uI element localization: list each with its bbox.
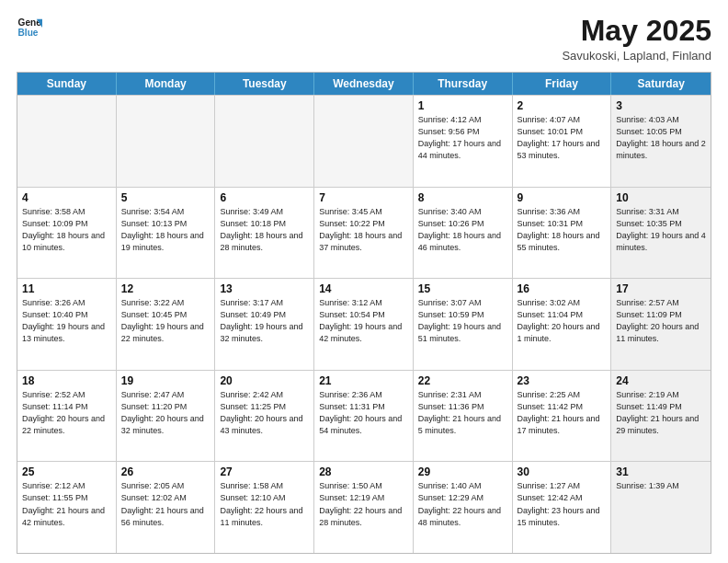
calendar-row-1: 4Sunrise: 3:58 AM Sunset: 10:09 PM Dayli…	[17, 187, 711, 279]
day-info: Sunrise: 1:40 AM Sunset: 12:29 AM Daylig…	[418, 480, 507, 528]
calendar-row-4: 25Sunrise: 2:12 AM Sunset: 11:55 PM Dayl…	[17, 461, 711, 553]
cal-cell-21: 21Sunrise: 2:36 AM Sunset: 11:31 PM Dayl…	[314, 371, 414, 462]
day-info: Sunrise: 3:45 AM Sunset: 10:22 PM Daylig…	[319, 206, 408, 254]
day-number: 29	[418, 465, 507, 478]
calendar-row-3: 18Sunrise: 2:52 AM Sunset: 11:14 PM Dayl…	[17, 370, 711, 462]
day-number: 20	[220, 374, 309, 387]
cal-cell-10: 10Sunrise: 3:31 AM Sunset: 10:35 PM Dayl…	[611, 188, 711, 279]
cal-cell-27: 27Sunrise: 1:58 AM Sunset: 12:10 AM Dayl…	[215, 462, 314, 553]
day-info: Sunrise: 3:02 AM Sunset: 11:04 PM Daylig…	[518, 297, 607, 345]
cal-cell-19: 19Sunrise: 2:47 AM Sunset: 11:20 PM Dayl…	[117, 371, 216, 462]
header: General Blue May 2025 Savukoski, Lapland…	[17, 15, 711, 63]
cal-cell-18: 18Sunrise: 2:52 AM Sunset: 11:14 PM Dayl…	[17, 371, 117, 462]
day-info: Sunrise: 3:58 AM Sunset: 10:09 PM Daylig…	[22, 206, 111, 254]
day-info: Sunrise: 3:31 AM Sunset: 10:35 PM Daylig…	[616, 206, 706, 254]
day-info: Sunrise: 3:07 AM Sunset: 10:59 PM Daylig…	[418, 297, 507, 345]
cal-cell-28: 28Sunrise: 1:50 AM Sunset: 12:19 AM Dayl…	[314, 462, 414, 553]
day-number: 15	[418, 282, 507, 295]
cal-cell-30: 30Sunrise: 1:27 AM Sunset: 12:42 AM Dayl…	[513, 462, 612, 553]
header-cell-monday: Monday	[117, 73, 216, 95]
cal-cell-9: 9Sunrise: 3:36 AM Sunset: 10:31 PM Dayli…	[513, 188, 612, 279]
cal-cell-8: 8Sunrise: 3:40 AM Sunset: 10:26 PM Dayli…	[414, 188, 513, 279]
calendar-body: 1Sunrise: 4:12 AM Sunset: 9:56 PM Daylig…	[17, 95, 711, 553]
day-number: 17	[616, 282, 706, 295]
cal-cell-29: 29Sunrise: 1:40 AM Sunset: 12:29 AM Dayl…	[414, 462, 513, 553]
header-cell-saturday: Saturday	[611, 73, 711, 95]
day-number: 24	[616, 374, 706, 387]
day-info: Sunrise: 1:39 AM	[616, 480, 706, 492]
page: General Blue May 2025 Savukoski, Lapland…	[0, 0, 728, 563]
cal-cell-20: 20Sunrise: 2:42 AM Sunset: 11:25 PM Dayl…	[215, 371, 314, 462]
calendar-header: SundayMondayTuesdayWednesdayThursdayFrid…	[17, 73, 711, 95]
day-number: 22	[418, 374, 507, 387]
cal-cell-11: 11Sunrise: 3:26 AM Sunset: 10:40 PM Dayl…	[17, 279, 117, 370]
day-number: 11	[22, 282, 111, 295]
subtitle: Savukoski, Lapland, Finland	[562, 49, 711, 63]
day-info: Sunrise: 3:17 AM Sunset: 10:49 PM Daylig…	[220, 297, 309, 345]
header-cell-thursday: Thursday	[414, 73, 513, 95]
cal-cell-1: 1Sunrise: 4:12 AM Sunset: 9:56 PM Daylig…	[414, 96, 513, 187]
logo-icon: General Blue	[17, 15, 42, 40]
day-number: 13	[220, 282, 309, 295]
day-number: 2	[518, 99, 607, 112]
day-info: Sunrise: 2:19 AM Sunset: 11:49 PM Daylig…	[616, 389, 706, 437]
day-number: 16	[518, 282, 607, 295]
cal-cell-25: 25Sunrise: 2:12 AM Sunset: 11:55 PM Dayl…	[17, 462, 117, 553]
day-number: 25	[22, 465, 111, 478]
day-info: Sunrise: 2:31 AM Sunset: 11:36 PM Daylig…	[418, 389, 507, 437]
day-info: Sunrise: 2:42 AM Sunset: 11:25 PM Daylig…	[220, 389, 309, 437]
day-number: 6	[220, 191, 309, 204]
day-info: Sunrise: 3:54 AM Sunset: 10:13 PM Daylig…	[121, 206, 210, 254]
day-number: 10	[616, 191, 706, 204]
header-cell-wednesday: Wednesday	[314, 73, 414, 95]
day-info: Sunrise: 2:05 AM Sunset: 12:02 AM Daylig…	[121, 480, 210, 528]
logo: General Blue	[17, 15, 42, 40]
day-number: 8	[418, 191, 507, 204]
day-info: Sunrise: 2:47 AM Sunset: 11:20 PM Daylig…	[121, 389, 210, 437]
day-info: Sunrise: 1:27 AM Sunset: 12:42 AM Daylig…	[518, 480, 607, 528]
day-number: 19	[121, 374, 210, 387]
cal-cell-13: 13Sunrise: 3:17 AM Sunset: 10:49 PM Dayl…	[215, 279, 314, 370]
cal-cell-2: 2Sunrise: 4:07 AM Sunset: 10:01 PM Dayli…	[513, 96, 612, 187]
cal-cell-3: 3Sunrise: 4:03 AM Sunset: 10:05 PM Dayli…	[611, 96, 711, 187]
day-info: Sunrise: 4:12 AM Sunset: 9:56 PM Dayligh…	[418, 114, 507, 162]
day-info: Sunrise: 2:52 AM Sunset: 11:14 PM Daylig…	[22, 389, 111, 437]
calendar-row-2: 11Sunrise: 3:26 AM Sunset: 10:40 PM Dayl…	[17, 278, 711, 370]
day-number: 27	[220, 465, 309, 478]
cal-cell-16: 16Sunrise: 3:02 AM Sunset: 11:04 PM Dayl…	[513, 279, 612, 370]
cal-cell-5: 5Sunrise: 3:54 AM Sunset: 10:13 PM Dayli…	[117, 188, 216, 279]
day-info: Sunrise: 3:40 AM Sunset: 10:26 PM Daylig…	[418, 206, 507, 254]
cal-cell-23: 23Sunrise: 2:25 AM Sunset: 11:42 PM Dayl…	[513, 371, 612, 462]
day-number: 30	[518, 465, 607, 478]
day-info: Sunrise: 2:57 AM Sunset: 11:09 PM Daylig…	[616, 297, 706, 345]
day-info: Sunrise: 2:36 AM Sunset: 11:31 PM Daylig…	[319, 389, 408, 437]
cal-cell-17: 17Sunrise: 2:57 AM Sunset: 11:09 PM Dayl…	[611, 279, 711, 370]
cal-cell-7: 7Sunrise: 3:45 AM Sunset: 10:22 PM Dayli…	[314, 188, 414, 279]
day-info: Sunrise: 1:58 AM Sunset: 12:10 AM Daylig…	[220, 480, 309, 528]
day-info: Sunrise: 3:49 AM Sunset: 10:18 PM Daylig…	[220, 206, 309, 254]
day-number: 23	[518, 374, 607, 387]
cal-cell-empty-3	[314, 96, 414, 187]
cal-cell-14: 14Sunrise: 3:12 AM Sunset: 10:54 PM Dayl…	[314, 279, 414, 370]
header-cell-sunday: Sunday	[17, 73, 117, 95]
day-number: 12	[121, 282, 210, 295]
header-cell-friday: Friday	[513, 73, 612, 95]
day-info: Sunrise: 1:50 AM Sunset: 12:19 AM Daylig…	[319, 480, 408, 528]
day-info: Sunrise: 3:12 AM Sunset: 10:54 PM Daylig…	[319, 297, 408, 345]
day-number: 28	[319, 465, 408, 478]
cal-cell-15: 15Sunrise: 3:07 AM Sunset: 10:59 PM Dayl…	[414, 279, 513, 370]
day-info: Sunrise: 3:22 AM Sunset: 10:45 PM Daylig…	[121, 297, 210, 345]
main-title: May 2025	[562, 15, 711, 47]
cal-cell-empty-1	[117, 96, 216, 187]
day-info: Sunrise: 3:36 AM Sunset: 10:31 PM Daylig…	[518, 206, 607, 254]
day-info: Sunrise: 2:25 AM Sunset: 11:42 PM Daylig…	[518, 389, 607, 437]
cal-cell-empty-0	[17, 96, 117, 187]
cal-cell-4: 4Sunrise: 3:58 AM Sunset: 10:09 PM Dayli…	[17, 188, 117, 279]
cal-cell-26: 26Sunrise: 2:05 AM Sunset: 12:02 AM Dayl…	[117, 462, 216, 553]
cal-cell-31: 31Sunrise: 1:39 AM	[611, 462, 711, 553]
cal-cell-22: 22Sunrise: 2:31 AM Sunset: 11:36 PM Dayl…	[414, 371, 513, 462]
day-info: Sunrise: 2:12 AM Sunset: 11:55 PM Daylig…	[22, 480, 111, 528]
day-number: 21	[319, 374, 408, 387]
day-number: 5	[121, 191, 210, 204]
cal-cell-6: 6Sunrise: 3:49 AM Sunset: 10:18 PM Dayli…	[215, 188, 314, 279]
